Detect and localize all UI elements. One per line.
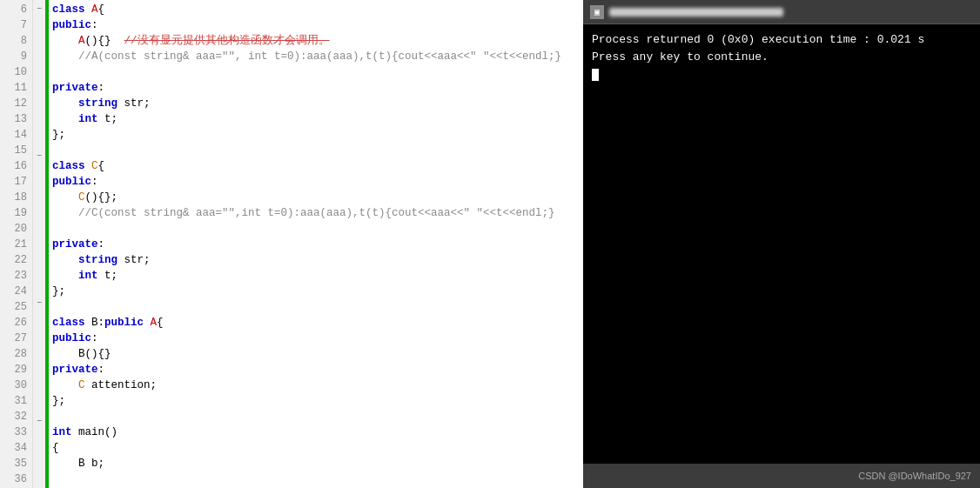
code-line: };: [52, 393, 580, 409]
line-number: 6: [0, 2, 32, 17]
line-number: 27: [0, 331, 32, 346]
code-editor: 6789101112131415161718192021222324252627…: [0, 0, 583, 488]
code-line: string str;: [52, 252, 580, 268]
code-token: B:: [91, 317, 104, 329]
code-token: main(): [72, 426, 118, 438]
code-line: class A{: [52, 2, 580, 17]
fold-marker: [33, 252, 45, 267]
fold-marker[interactable]: −: [33, 296, 45, 311]
terminal-icon: ▣: [590, 5, 604, 19]
line-number: 8: [0, 33, 32, 49]
code-line: };: [52, 284, 580, 299]
fold-marker[interactable]: −: [33, 414, 45, 430]
code-line: B b;: [52, 456, 580, 471]
code-token: string: [78, 97, 117, 110]
fold-marker[interactable]: −: [33, 149, 45, 164]
fold-marker: [33, 164, 45, 179]
code-token: //A(const string& aaa="", int t=0):aaa(a…: [52, 50, 561, 63]
fold-marker: [33, 326, 45, 341]
code-token: {: [98, 160, 105, 172]
fold-marker: [33, 32, 45, 47]
terminal-panel: ▣ Process returned 0 (0x0) execution tim…: [583, 0, 980, 488]
code-token: t;: [98, 270, 118, 282]
code-token: [52, 348, 78, 360]
fold-marker: [33, 105, 45, 120]
line-number: 33: [0, 424, 32, 440]
code-token: //C(const string& aaa="",int t=0):aaa(aa…: [52, 207, 555, 219]
code-line: private:: [52, 80, 580, 96]
code-token: class: [52, 3, 91, 16]
fold-marker: [33, 237, 45, 252]
code-line: [52, 409, 580, 424]
line-number: 21: [0, 237, 32, 252]
code-token: //没有显元提供其他构造函数才会调用。: [124, 35, 330, 47]
fold-marker: [33, 282, 45, 297]
fold-marker: [33, 384, 45, 399]
line-number: 32: [0, 409, 32, 424]
line-number: 19: [0, 205, 32, 221]
code-token: (){};: [85, 191, 118, 204]
code-token: :: [98, 238, 105, 251]
line-number: 20: [0, 221, 32, 237]
code-token: :: [98, 364, 105, 376]
line-number: 16: [0, 158, 32, 174]
line-number: 24: [0, 284, 32, 299]
fold-marker: [33, 371, 45, 385]
code-token: str;: [117, 97, 151, 110]
code-line: class B:public A{: [52, 315, 580, 331]
code-content[interactable]: class A{public: A(){} //没有显元提供其他构造函数才会调用…: [49, 0, 583, 488]
code-line: int t;: [52, 111, 580, 127]
code-line: [52, 471, 580, 487]
code-line: private:: [52, 237, 580, 252]
code-line: [52, 143, 580, 158]
fold-marker: [33, 194, 45, 209]
code-token: {: [98, 3, 105, 16]
line-number: 10: [0, 64, 32, 80]
terminal-titlebar: ▣: [583, 0, 980, 24]
fold-marker: [33, 430, 45, 445]
code-line: public:: [52, 331, 580, 346]
fold-marker: [33, 76, 45, 90]
code-token: C: [78, 379, 85, 391]
code-token: private: [52, 364, 98, 376]
line-number: 30: [0, 378, 32, 393]
line-number: 23: [0, 268, 32, 284]
code-token: private: [52, 238, 98, 251]
fold-marker: [33, 120, 45, 135]
code-line: C attention;: [52, 378, 580, 393]
fold-marker: [33, 90, 45, 105]
code-token: int: [78, 113, 98, 125]
fold-marker: [33, 399, 45, 414]
code-token: public: [104, 317, 144, 329]
code-token: B(){}: [78, 348, 111, 360]
fold-marker[interactable]: −: [33, 2, 45, 17]
terminal-title-blurred: [609, 8, 783, 17]
line-numbers: 6789101112131415161718192021222324252627…: [0, 0, 33, 488]
line-number: 7: [0, 17, 32, 33]
fold-marker: [33, 17, 45, 32]
line-number: 25: [0, 299, 32, 315]
line-number: 15: [0, 143, 32, 158]
fold-marker: [33, 311, 45, 326]
code-token: class: [52, 160, 91, 172]
code-token: :: [91, 176, 98, 188]
code-token: C: [91, 160, 98, 172]
code-token: :: [91, 19, 98, 31]
code-line: public:: [52, 174, 580, 190]
fold-marker: [33, 209, 45, 224]
code-line: [52, 64, 580, 80]
code-line: C(){};: [52, 190, 580, 205]
code-line: B(){}: [52, 346, 580, 362]
code-token: :: [91, 332, 98, 344]
fold-marker: [33, 459, 45, 474]
terminal-output-line2: Press any key to continue.: [592, 49, 971, 66]
terminal-cursor: [592, 69, 599, 81]
code-line: };: [52, 127, 580, 143]
code-token: A: [78, 35, 85, 47]
terminal-output-line1: Process returned 0 (0x0) execution time …: [592, 31, 971, 49]
code-token: A: [91, 3, 98, 16]
code-line: A(){} //没有显元提供其他构造函数才会调用。: [52, 33, 580, 49]
fold-marker: [33, 356, 45, 371]
code-token: str;: [117, 254, 151, 266]
code-token: B b;: [52, 458, 104, 470]
